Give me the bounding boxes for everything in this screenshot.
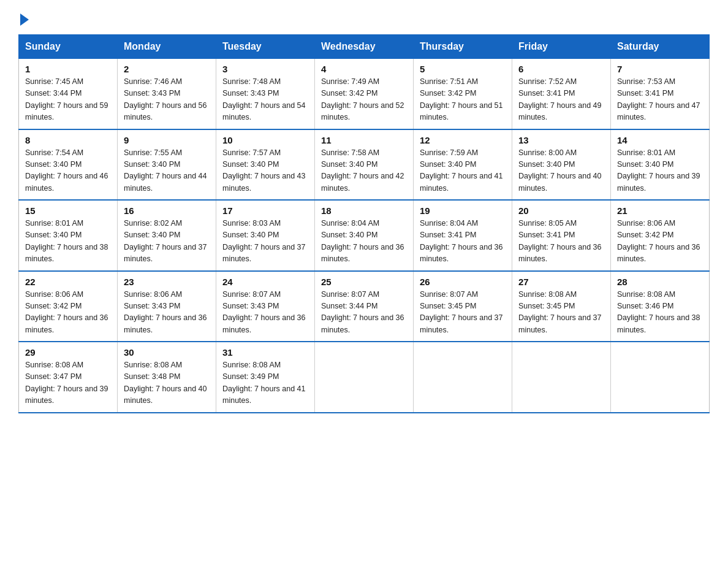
day-info: Sunrise: 7:49 AMSunset: 3:42 PMDaylight:… <box>321 76 407 124</box>
day-info: Sunrise: 8:04 AMSunset: 3:40 PMDaylight:… <box>321 218 407 266</box>
calendar-cell: 13Sunrise: 8:00 AMSunset: 3:40 PMDayligh… <box>512 129 611 201</box>
calendar-cell: 12Sunrise: 7:59 AMSunset: 3:40 PMDayligh… <box>414 129 512 201</box>
calendar-week-row: 1Sunrise: 7:45 AMSunset: 3:44 PMDaylight… <box>19 59 710 129</box>
day-info: Sunrise: 8:08 AMSunset: 3:47 PMDaylight:… <box>25 359 111 407</box>
day-number: 22 <box>25 277 111 287</box>
calendar-cell <box>315 342 414 413</box>
calendar-cell: 28Sunrise: 8:08 AMSunset: 3:46 PMDayligh… <box>611 271 710 342</box>
header-wednesday: Wednesday <box>315 35 414 59</box>
calendar-cell: 27Sunrise: 8:08 AMSunset: 3:45 PMDayligh… <box>512 271 611 342</box>
calendar-header-row: SundayMondayTuesdayWednesdayThursdayFrid… <box>19 35 710 59</box>
day-info: Sunrise: 8:08 AMSunset: 3:49 PMDaylight:… <box>222 359 308 407</box>
day-info: Sunrise: 8:07 AMSunset: 3:45 PMDaylight:… <box>420 289 506 337</box>
header-tuesday: Tuesday <box>216 35 315 59</box>
day-info: Sunrise: 8:08 AMSunset: 3:45 PMDaylight:… <box>518 289 604 337</box>
day-info: Sunrise: 7:57 AMSunset: 3:40 PMDaylight:… <box>222 147 308 195</box>
day-number: 2 <box>124 64 210 74</box>
calendar-week-row: 29Sunrise: 8:08 AMSunset: 3:47 PMDayligh… <box>19 342 710 413</box>
calendar-cell: 6Sunrise: 7:52 AMSunset: 3:41 PMDaylight… <box>512 59 611 129</box>
day-number: 8 <box>25 135 111 145</box>
calendar-cell: 16Sunrise: 8:02 AMSunset: 3:40 PMDayligh… <box>118 200 216 271</box>
calendar-cell: 26Sunrise: 8:07 AMSunset: 3:45 PMDayligh… <box>414 271 512 342</box>
day-number: 21 <box>617 205 703 216</box>
calendar-table: SundayMondayTuesdayWednesdayThursdayFrid… <box>18 34 710 413</box>
calendar-cell: 5Sunrise: 7:51 AMSunset: 3:42 PMDaylight… <box>414 59 512 129</box>
day-info: Sunrise: 8:07 AMSunset: 3:44 PMDaylight:… <box>321 289 407 337</box>
header-sunday: Sunday <box>19 35 118 59</box>
calendar-cell: 2Sunrise: 7:46 AMSunset: 3:43 PMDaylight… <box>118 59 216 129</box>
day-info: Sunrise: 8:08 AMSunset: 3:46 PMDaylight:… <box>617 289 703 337</box>
day-info: Sunrise: 7:46 AMSunset: 3:43 PMDaylight:… <box>124 76 210 124</box>
calendar-cell: 29Sunrise: 8:08 AMSunset: 3:47 PMDayligh… <box>19 342 118 413</box>
calendar-cell: 25Sunrise: 8:07 AMSunset: 3:44 PMDayligh… <box>315 271 414 342</box>
day-number: 18 <box>321 205 407 216</box>
day-info: Sunrise: 7:59 AMSunset: 3:40 PMDaylight:… <box>420 147 506 195</box>
calendar-cell: 21Sunrise: 8:06 AMSunset: 3:42 PMDayligh… <box>611 200 710 271</box>
day-number: 11 <box>321 135 407 145</box>
day-info: Sunrise: 7:51 AMSunset: 3:42 PMDaylight:… <box>420 76 506 124</box>
header-monday: Monday <box>118 35 216 59</box>
calendar-cell: 19Sunrise: 8:04 AMSunset: 3:41 PMDayligh… <box>414 200 512 271</box>
day-info: Sunrise: 8:00 AMSunset: 3:40 PMDaylight:… <box>518 147 604 195</box>
calendar-cell: 23Sunrise: 8:06 AMSunset: 3:43 PMDayligh… <box>118 271 216 342</box>
calendar-cell: 14Sunrise: 8:01 AMSunset: 3:40 PMDayligh… <box>611 129 710 201</box>
header-thursday: Thursday <box>414 35 512 59</box>
day-number: 30 <box>124 347 210 358</box>
day-number: 25 <box>321 277 407 287</box>
calendar-cell: 11Sunrise: 7:58 AMSunset: 3:40 PMDayligh… <box>315 129 414 201</box>
day-info: Sunrise: 7:45 AMSunset: 3:44 PMDaylight:… <box>25 76 111 124</box>
calendar-cell: 8Sunrise: 7:54 AMSunset: 3:40 PMDaylight… <box>19 129 118 201</box>
day-number: 24 <box>222 277 308 287</box>
day-info: Sunrise: 8:01 AMSunset: 3:40 PMDaylight:… <box>25 218 111 266</box>
day-number: 19 <box>420 205 506 216</box>
logo-triangle-icon <box>20 13 29 26</box>
calendar-cell: 10Sunrise: 7:57 AMSunset: 3:40 PMDayligh… <box>216 129 315 201</box>
day-number: 4 <box>321 64 407 74</box>
day-number: 7 <box>617 64 703 74</box>
day-number: 20 <box>518 205 604 216</box>
calendar-cell: 31Sunrise: 8:08 AMSunset: 3:49 PMDayligh… <box>216 342 315 413</box>
day-number: 12 <box>420 135 506 145</box>
calendar-cell <box>512 342 611 413</box>
day-info: Sunrise: 8:06 AMSunset: 3:43 PMDaylight:… <box>124 289 210 337</box>
day-info: Sunrise: 8:06 AMSunset: 3:42 PMDaylight:… <box>617 218 703 266</box>
day-number: 26 <box>420 277 506 287</box>
calendar-cell: 20Sunrise: 8:05 AMSunset: 3:41 PMDayligh… <box>512 200 611 271</box>
calendar-cell: 7Sunrise: 7:53 AMSunset: 3:41 PMDaylight… <box>611 59 710 129</box>
logo <box>18 12 29 23</box>
day-info: Sunrise: 7:53 AMSunset: 3:41 PMDaylight:… <box>617 76 703 124</box>
calendar-cell <box>611 342 710 413</box>
day-info: Sunrise: 8:02 AMSunset: 3:40 PMDaylight:… <box>124 218 210 266</box>
day-number: 3 <box>222 64 308 74</box>
day-info: Sunrise: 7:54 AMSunset: 3:40 PMDaylight:… <box>25 147 111 195</box>
day-info: Sunrise: 7:48 AMSunset: 3:43 PMDaylight:… <box>222 76 308 124</box>
day-number: 17 <box>222 205 308 216</box>
calendar-cell: 17Sunrise: 8:03 AMSunset: 3:40 PMDayligh… <box>216 200 315 271</box>
day-info: Sunrise: 8:03 AMSunset: 3:40 PMDaylight:… <box>222 218 308 266</box>
day-info: Sunrise: 8:01 AMSunset: 3:40 PMDaylight:… <box>617 147 703 195</box>
calendar-cell: 15Sunrise: 8:01 AMSunset: 3:40 PMDayligh… <box>19 200 118 271</box>
header-saturday: Saturday <box>611 35 710 59</box>
day-number: 27 <box>518 277 604 287</box>
calendar-cell: 3Sunrise: 7:48 AMSunset: 3:43 PMDaylight… <box>216 59 315 129</box>
calendar-week-row: 8Sunrise: 7:54 AMSunset: 3:40 PMDaylight… <box>19 129 710 201</box>
calendar-cell: 24Sunrise: 8:07 AMSunset: 3:43 PMDayligh… <box>216 271 315 342</box>
calendar-cell: 22Sunrise: 8:06 AMSunset: 3:42 PMDayligh… <box>19 271 118 342</box>
day-number: 29 <box>25 347 111 358</box>
day-info: Sunrise: 8:08 AMSunset: 3:48 PMDaylight:… <box>124 359 210 407</box>
day-number: 31 <box>222 347 308 358</box>
calendar-cell: 9Sunrise: 7:55 AMSunset: 3:40 PMDaylight… <box>118 129 216 201</box>
day-number: 15 <box>25 205 111 216</box>
header <box>18 12 710 23</box>
day-number: 1 <box>25 64 111 74</box>
day-number: 6 <box>518 64 604 74</box>
calendar-cell: 4Sunrise: 7:49 AMSunset: 3:42 PMDaylight… <box>315 59 414 129</box>
day-number: 13 <box>518 135 604 145</box>
day-number: 23 <box>124 277 210 287</box>
day-number: 10 <box>222 135 308 145</box>
calendar-cell: 18Sunrise: 8:04 AMSunset: 3:40 PMDayligh… <box>315 200 414 271</box>
day-number: 16 <box>124 205 210 216</box>
calendar-cell: 1Sunrise: 7:45 AMSunset: 3:44 PMDaylight… <box>19 59 118 129</box>
day-number: 28 <box>617 277 703 287</box>
calendar-cell: 30Sunrise: 8:08 AMSunset: 3:48 PMDayligh… <box>118 342 216 413</box>
